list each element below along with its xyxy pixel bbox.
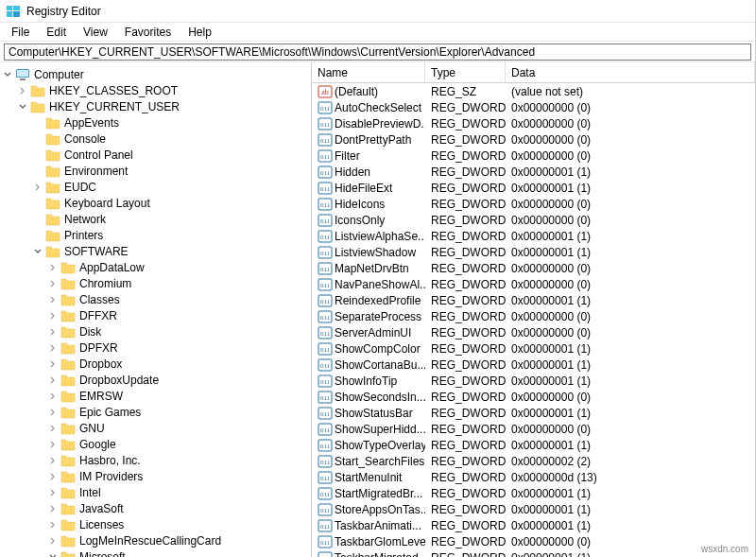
value-row[interactable]: 011ShowSuperHidd...REG_DWORD0x00000000 (…: [312, 421, 755, 437]
value-row[interactable]: 011IconsOnlyREG_DWORD0x00000000 (0): [312, 212, 755, 228]
value-row[interactable]: 011ServerAdminUIREG_DWORD0x00000000 (0): [312, 324, 755, 340]
tree-expander-icon[interactable]: [45, 453, 60, 468]
value-row[interactable]: 011HideIconsREG_DWORD0x00000000 (0): [312, 196, 755, 212]
value-row[interactable]: 011ShowCortanaBu...REG_DWORD0x00000001 (…: [312, 357, 755, 373]
tree-expander-icon[interactable]: [45, 357, 60, 372]
value-row[interactable]: 011SeparateProcessREG_DWORD0x00000000 (0…: [312, 308, 755, 324]
tree-item[interactable]: Disk: [0, 323, 311, 339]
binary-value-icon: 011: [318, 471, 333, 484]
tree-expander-icon[interactable]: [0, 67, 15, 82]
tree-item[interactable]: EMRSW: [0, 388, 311, 404]
tree-expander-icon[interactable]: [45, 340, 60, 356]
tree-item[interactable]: Printers: [0, 227, 311, 243]
value-row[interactable]: 011ShowStatusBarREG_DWORD0x00000001 (1): [312, 405, 755, 421]
tree-item[interactable]: AppEvents: [0, 114, 311, 131]
column-header-name[interactable]: Name: [312, 62, 425, 82]
value-row[interactable]: 011StoreAppsOnTas...REG_DWORD0x00000001 …: [312, 501, 755, 517]
tree-item[interactable]: Computer: [0, 66, 311, 82]
value-row[interactable]: 011DisablePreviewD...REG_DWORD0x00000000…: [312, 115, 755, 131]
tree-item[interactable]: DPFXR: [0, 339, 311, 356]
tree-expander-icon[interactable]: [45, 324, 60, 339]
menu-file[interactable]: File: [4, 24, 37, 41]
tree-expander-icon[interactable]: [15, 99, 30, 114]
menu-view[interactable]: View: [76, 24, 115, 41]
value-type: REG_DWORD: [425, 407, 506, 420]
tree-item[interactable]: AppDataLow: [0, 259, 311, 275]
column-header-type[interactable]: Type: [425, 62, 506, 82]
tree-expander-icon[interactable]: [45, 501, 60, 516]
value-row[interactable]: 011Start_SearchFilesREG_DWORD0x00000002 …: [312, 453, 755, 469]
value-row[interactable]: 011HideFileExtREG_DWORD0x00000001 (1): [312, 180, 755, 196]
tree-expander-icon[interactable]: [15, 83, 30, 98]
value-row[interactable]: 011ReindexedProfileREG_DWORD0x00000001 (…: [312, 292, 755, 308]
tree-item[interactable]: Control Panel: [0, 147, 311, 163]
tree-item[interactable]: LogMeInRescueCallingCard: [0, 532, 311, 548]
tree-item[interactable]: JavaSoft: [0, 500, 311, 516]
tree-expander-icon[interactable]: [45, 292, 60, 307]
tree-item[interactable]: SOFTWARE: [0, 243, 311, 259]
tree-expander-icon[interactable]: [45, 405, 60, 420]
value-row[interactable]: 011ShowTypeOverlayREG_DWORD0x00000001 (1…: [312, 437, 755, 453]
value-row[interactable]: 011ShowCompColorREG_DWORD0x00000001 (1): [312, 340, 755, 357]
value-row[interactable]: 011AutoCheckSelectREG_DWORD0x00000000 (0…: [312, 99, 755, 115]
value-row[interactable]: 011DontPrettyPathREG_DWORD0x00000000 (0): [312, 131, 755, 148]
tree-item-label: DFFXR: [77, 309, 117, 322]
tree-item[interactable]: Microsoft: [0, 548, 311, 557]
tree-item[interactable]: GNU: [0, 420, 311, 436]
svg-text:011: 011: [320, 201, 331, 209]
tree-item[interactable]: Classes: [0, 291, 311, 307]
tree-expander-icon[interactable]: [45, 517, 60, 532]
tree-item[interactable]: Dropbox: [0, 356, 311, 372]
value-row[interactable]: 011HiddenREG_DWORD0x00000001 (1): [312, 164, 755, 180]
tree-item[interactable]: Chromium: [0, 275, 311, 291]
value-row[interactable]: 011StartMenuInitREG_DWORD0x0000000d (13): [312, 469, 755, 485]
tree-item[interactable]: Environment: [0, 163, 311, 179]
tree-expander-icon[interactable]: [45, 469, 60, 484]
value-row[interactable]: 011TaskbarGlomLevelREG_DWORD0x00000000 (…: [312, 533, 755, 549]
tree-expander-icon[interactable]: [45, 308, 60, 323]
tree-expander-icon[interactable]: [45, 533, 60, 548]
tree-item[interactable]: DropboxUpdate: [0, 372, 311, 388]
value-row[interactable]: 011NavPaneShowAl...REG_DWORD0x00000000 (…: [312, 276, 755, 292]
value-row[interactable]: 011ListviewAlphaSe...REG_DWORD0x00000001…: [312, 228, 755, 244]
column-header-data[interactable]: Data: [506, 62, 755, 82]
tree-expander-icon[interactable]: [45, 437, 60, 452]
tree-expander-icon[interactable]: [45, 260, 60, 275]
value-row[interactable]: 011StartMigratedBr...REG_DWORD0x00000001…: [312, 485, 755, 501]
menu-help[interactable]: Help: [180, 24, 219, 41]
tree-expander-icon[interactable]: [45, 389, 60, 404]
value-row[interactable]: 011TaskbarAnimati...REG_DWORD0x00000001 …: [312, 517, 755, 533]
tree-item[interactable]: HKEY_CURRENT_USER: [0, 98, 311, 114]
values-list[interactable]: ab(Default)REG_SZ(value not set)011AutoC…: [312, 83, 755, 557]
tree-item[interactable]: Keyboard Layout: [0, 195, 311, 211]
tree-item[interactable]: HKEY_CLASSES_ROOT: [0, 82, 311, 98]
value-row[interactable]: 011ShowSecondsIn...REG_DWORD0x00000000 (…: [312, 389, 755, 405]
tree-pane[interactable]: ComputerHKEY_CLASSES_ROOTHKEY_CURRENT_US…: [0, 62, 312, 557]
tree-item[interactable]: Google: [0, 436, 311, 452]
value-row[interactable]: 011ShowInfoTipREG_DWORD0x00000001 (1): [312, 373, 755, 389]
tree-expander-icon[interactable]: [45, 421, 60, 436]
tree-item[interactable]: Epic Games: [0, 404, 311, 420]
tree-item[interactable]: Hasbro, Inc.: [0, 452, 311, 468]
menu-favorites[interactable]: Favorites: [117, 24, 179, 41]
value-row[interactable]: 011MapNetDrvBtnREG_DWORD0x00000000 (0): [312, 260, 755, 276]
tree-expander-icon[interactable]: [45, 549, 60, 558]
value-row[interactable]: 011TaskbarMigrated...REG_DWORD0x00000001…: [312, 549, 755, 557]
tree-item[interactable]: IM Providers: [0, 468, 311, 484]
tree-item[interactable]: Network: [0, 211, 311, 227]
menu-edit[interactable]: Edit: [39, 24, 74, 41]
tree-item[interactable]: DFFXR: [0, 307, 311, 323]
tree-expander-icon[interactable]: [45, 276, 60, 291]
tree-expander-icon[interactable]: [45, 373, 60, 388]
value-row[interactable]: 011ListviewShadowREG_DWORD0x00000001 (1): [312, 244, 755, 260]
tree-expander-icon[interactable]: [30, 244, 45, 259]
address-input[interactable]: [4, 44, 751, 61]
value-row[interactable]: ab(Default)REG_SZ(value not set): [312, 83, 755, 99]
tree-item[interactable]: Console: [0, 131, 311, 147]
tree-item[interactable]: Licenses: [0, 516, 311, 532]
tree-expander-icon[interactable]: [45, 485, 60, 500]
tree-item[interactable]: Intel: [0, 484, 311, 500]
value-row[interactable]: 011FilterREG_DWORD0x00000000 (0): [312, 148, 755, 164]
tree-item[interactable]: EUDC: [0, 179, 311, 195]
tree-expander-icon[interactable]: [30, 180, 45, 195]
